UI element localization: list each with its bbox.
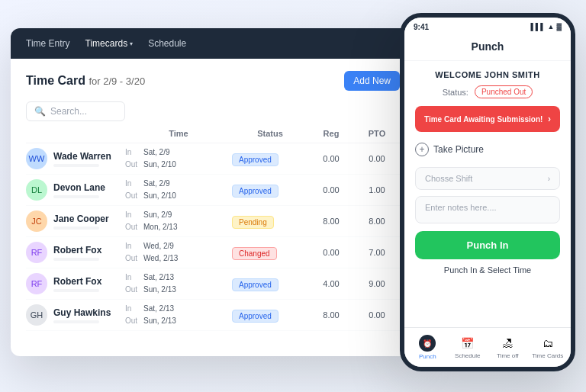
- shift-chevron-icon: ›: [548, 175, 550, 183]
- reg-cell: 8.00: [308, 217, 354, 226]
- take-picture-row[interactable]: + Take Picture: [415, 140, 560, 159]
- punch-nav-icon: ⏰: [419, 335, 436, 352]
- employee-info: JC Jane Cooper: [26, 210, 125, 232]
- pto-cell: 1.00: [354, 185, 400, 194]
- mobile-content: WELCOME JOHN SMITH Status: Punched Out T…: [404, 61, 571, 291]
- pto-cell: 0.00: [354, 310, 400, 320]
- table-row: GH Guy Hawkins InSat, 2/13 OutSun, 2/13 …: [26, 300, 400, 331]
- scene: Time Entry Timecards ▾ Schedule Time Car…: [11, 13, 575, 379]
- employee-name: Robert Fox: [53, 245, 101, 255]
- employee-info: RF Robert Fox: [26, 273, 125, 294]
- avatar: RF: [26, 242, 47, 263]
- employee-info: WW Wade Warren: [26, 148, 125, 169]
- col-name: [26, 129, 125, 138]
- table-row: WW Wade Warren InSat, 2/9 OutSun, 2/10 A…: [26, 143, 400, 175]
- desktop-nav: Time Entry Timecards ▾ Schedule: [11, 28, 415, 59]
- status-badge: Approved: [232, 310, 279, 323]
- employee-name: Robert Fox: [53, 276, 101, 287]
- plus-icon: +: [415, 143, 429, 156]
- status-badge: Changed: [232, 247, 277, 260]
- signal-icon: ▌▌▌: [530, 23, 545, 31]
- status-badge: Pending: [232, 216, 274, 229]
- col-status: Status: [232, 129, 308, 138]
- desktop-app: Time Entry Timecards ▾ Schedule Time Car…: [11, 28, 415, 356]
- status-cell: Pending: [232, 214, 308, 229]
- nav-timecards[interactable]: Timecards ▾: [85, 38, 134, 49]
- punched-out-badge: Punched Out: [475, 85, 533, 98]
- status-badge: Approved: [232, 153, 279, 166]
- status-label: Status:: [443, 88, 468, 97]
- status-row: Status: Punched Out: [415, 85, 560, 98]
- mobile-bottom-nav: ⏰ Punch 📅 Schedule 🏖 Time off 🗂 Time Car…: [404, 327, 571, 367]
- nav-timeoff-label: Time off: [497, 352, 518, 359]
- choose-shift-row[interactable]: Chosse Shift ›: [415, 167, 560, 190]
- avatar: GH: [26, 304, 47, 326]
- nav-punch[interactable]: ⏰ Punch: [407, 335, 448, 360]
- reg-cell: 4.00: [308, 279, 354, 288]
- notes-placeholder: Enter notes here....: [425, 203, 497, 212]
- welcome-text: WELCOME JOHN SMITH: [415, 70, 560, 79]
- notes-input[interactable]: Enter notes here....: [415, 196, 560, 223]
- table-row: JC Jane Cooper InSun, 2/9 OutMon, 2/13 P…: [26, 206, 400, 237]
- schedule-nav-icon: 📅: [460, 336, 475, 351]
- punch-in-select-link[interactable]: Punch In & Select Time: [415, 265, 560, 275]
- col-reg: Reg: [308, 129, 354, 138]
- search-box[interactable]: 🔍 Search...: [26, 101, 125, 121]
- pto-cell: 8.00: [354, 217, 400, 226]
- wifi-icon: ▲: [548, 23, 555, 31]
- employee-sub: [53, 258, 99, 261]
- employee-sub: [53, 195, 99, 198]
- time-cell: InSat, 2/13 OutSun, 2/13: [125, 303, 232, 327]
- employee-info: DL Devon Lane: [26, 179, 125, 201]
- timeoff-nav-icon: 🏖: [500, 336, 515, 351]
- employee-info: RF Robert Fox: [26, 242, 125, 263]
- pto-cell: 7.00: [354, 248, 400, 257]
- table-row: DL Devon Lane InSat, 2/9 OutSun, 2/10 Ap…: [26, 175, 400, 206]
- avatar: DL: [26, 179, 47, 201]
- status-cell: Approved: [232, 308, 308, 323]
- employee-name: Jane Cooper: [53, 214, 109, 224]
- search-input[interactable]: Search...: [50, 106, 117, 117]
- employee-name: Wade Warren: [53, 151, 111, 162]
- reg-cell: 0.00: [308, 248, 354, 257]
- reg-cell: 8.00: [308, 310, 354, 320]
- employee-sub: [53, 164, 99, 167]
- nav-timecards[interactable]: 🗂 Time Cards: [528, 336, 568, 359]
- status-cell: Approved: [232, 152, 308, 166]
- timecard-alert[interactable]: Time Card Awaiting Submission! ›: [415, 106, 560, 132]
- mobile-app: 9:41 ▌▌▌ ▲ ▓ Punch WELCOME JOHN SMITH St…: [400, 13, 575, 371]
- pto-cell: 0.00: [354, 154, 400, 163]
- take-picture-label: Take Picture: [433, 144, 484, 155]
- desktop-header: Time Card for 2/9 - 3/20 Add New: [26, 71, 400, 91]
- status-cell: Approved: [232, 277, 308, 291]
- timecards-chevron-icon: ▾: [130, 40, 133, 47]
- page-title: Time Card for 2/9 - 3/20: [26, 74, 145, 88]
- status-cell: Approved: [232, 183, 308, 198]
- nav-schedule[interactable]: Schedule: [148, 38, 186, 49]
- add-new-button[interactable]: Add New: [344, 71, 400, 91]
- mobile-status-bar: 9:41 ▌▌▌ ▲ ▓: [404, 18, 571, 36]
- nav-time-off[interactable]: 🏖 Time off: [488, 336, 528, 359]
- alert-text: Time Card Awaiting Submission!: [424, 115, 543, 124]
- mobile-header-title: Punch: [404, 40, 571, 53]
- mobile-header: Punch: [404, 36, 571, 61]
- table-row: RF Robert Fox InSat, 2/13 OutSun, 2/13 A…: [26, 268, 400, 300]
- desktop-content: Time Card for 2/9 - 3/20 Add New 🔍 Searc…: [11, 59, 415, 343]
- time-cell: InSun, 2/9 OutMon, 2/13: [125, 209, 232, 233]
- col-time: Time: [125, 129, 232, 138]
- search-icon: 🔍: [34, 106, 46, 117]
- status-cell: Changed: [232, 246, 308, 260]
- time-cell: InSat, 2/13 OutSun, 2/13: [125, 272, 232, 296]
- status-time: 9:41: [414, 23, 429, 31]
- alert-chevron-icon: ›: [548, 114, 551, 124]
- table-body: WW Wade Warren InSat, 2/9 OutSun, 2/10 A…: [26, 143, 400, 331]
- time-cell: InSat, 2/9 OutSun, 2/10: [125, 146, 232, 171]
- nav-time-entry[interactable]: Time Entry: [26, 38, 70, 49]
- avatar: WW: [26, 148, 47, 169]
- punch-in-button[interactable]: Punch In: [415, 231, 560, 259]
- status-badge: Approved: [232, 278, 279, 291]
- table-row: RF Robert Fox InWed, 2/9 OutWed, 2/13 Ch…: [26, 237, 400, 268]
- employee-name: Guy Hawkins: [53, 307, 111, 318]
- timecards-nav-icon: 🗂: [540, 336, 555, 351]
- nav-schedule[interactable]: 📅 Schedule: [448, 336, 488, 359]
